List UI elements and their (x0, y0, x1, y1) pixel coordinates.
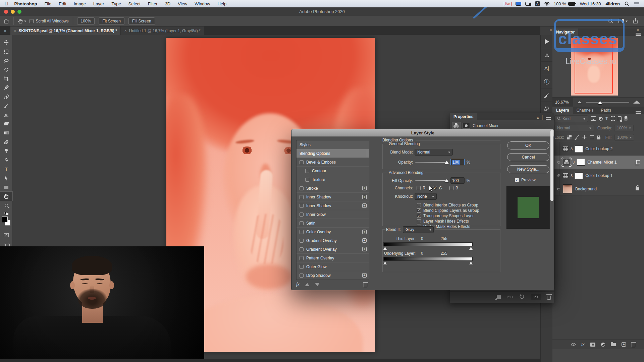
layer-mask-thumbnail[interactable] (575, 172, 583, 179)
blend-clipped-check[interactable]: ✓Blend Clipped Layers as Group (417, 208, 479, 213)
add-instance-icon[interactable]: + (362, 247, 367, 251)
mask-link-icon[interactable]: 8 (573, 160, 575, 164)
tab-layers[interactable]: Layers (552, 107, 573, 114)
add-instance-icon[interactable]: + (362, 203, 367, 208)
knockout-dropdown[interactable]: None▾ (415, 193, 437, 200)
menubar-list-icon[interactable] (634, 2, 639, 5)
marquee-tool-icon[interactable] (0, 47, 12, 56)
menu-3d[interactable]: 3D (165, 1, 171, 6)
quick-selection-tool-icon[interactable] (0, 65, 12, 74)
spotlight-search-icon[interactable] (625, 1, 629, 6)
navigator-zoom-value[interactable]: 16,67% (552, 98, 573, 107)
wifi-icon[interactable] (544, 2, 550, 6)
navigator-preview[interactable] (571, 38, 618, 96)
layer-name[interactable]: Background (575, 187, 597, 191)
new-group-icon[interactable] (611, 343, 616, 346)
add-instance-icon[interactable]: + (362, 186, 367, 190)
underlying-handle-left[interactable] (383, 261, 387, 264)
layer-name[interactable]: Channel Mixer 1 (587, 160, 616, 165)
navigator-view-box[interactable] (575, 39, 613, 94)
search-icon[interactable] (608, 18, 613, 23)
move-tool-icon[interactable] (0, 38, 12, 47)
menu-help[interactable]: Help (217, 1, 226, 6)
this-layer-handle-right[interactable] (469, 247, 473, 250)
panel-group-chevron[interactable]: » (637, 27, 639, 32)
style-item-outer-glow[interactable]: Outer Glow (297, 262, 369, 271)
layer-mask-hides-check[interactable]: Layer Mask Hides Effects (417, 219, 479, 224)
lock-artboard-icon[interactable] (590, 135, 594, 139)
dock-collapse-chevron[interactable]: « (549, 27, 552, 32)
zoom-tool-icon[interactable] (0, 201, 12, 210)
layer-blend-mode-dropdown[interactable]: Normal▾ (554, 125, 594, 131)
opacity-slider[interactable] (415, 162, 447, 163)
layer-filter-kind-dropdown[interactable]: Kind▾ (554, 115, 588, 122)
style-item-pattern-overlay[interactable]: Pattern Overlay (297, 254, 369, 262)
style-item-color-overlay[interactable]: Color Overlay+ (297, 228, 369, 236)
layer-row-channel-mixer-1[interactable]: 8 Channel Mixer 1 (552, 156, 644, 169)
tab-close-icon[interactable]: × (14, 28, 16, 33)
workspace-icon[interactable] (619, 19, 624, 23)
reset-icon[interactable] (520, 294, 525, 299)
preview-checkbox[interactable]: ✓ (515, 178, 519, 182)
view-previous-state-icon[interactable] (507, 296, 514, 298)
eyedropper-tool-icon[interactable] (0, 83, 12, 92)
new-adjustment-layer-icon[interactable] (601, 343, 605, 347)
lasso-tool-icon[interactable] (0, 56, 12, 65)
lock-position-icon[interactable] (582, 135, 587, 139)
ok-button[interactable]: OK (507, 141, 549, 149)
tab-navigator[interactable]: Navigator (552, 28, 578, 36)
screen-mirroring-icon[interactable] (516, 2, 521, 6)
layers-menu-icon[interactable] (636, 111, 641, 114)
properties-menu-icon[interactable] (546, 117, 551, 120)
move-up-icon[interactable] (305, 283, 310, 286)
brush-settings-panel-icon[interactable] (541, 88, 553, 102)
style-item-bevel-emboss[interactable]: Bevel & Emboss (297, 158, 369, 167)
panel-collapse-icon[interactable]: » (537, 116, 539, 120)
zoom-100-button[interactable]: 100% (77, 17, 95, 25)
layer-opacity-value[interactable]: 100%▾ (614, 125, 634, 131)
properties-scrollbar[interactable] (550, 130, 553, 201)
layer-visibility-icon[interactable] (531, 294, 541, 300)
mask-link-icon[interactable]: 8 (571, 147, 573, 151)
tab-overflow-chevron[interactable]: » (0, 28, 10, 33)
move-down-icon[interactable] (315, 283, 320, 286)
tab-channels[interactable]: Channels (573, 107, 597, 114)
layer-mask-thumbnail[interactable] (575, 145, 583, 152)
hand-tool-option-icon[interactable] (18, 18, 23, 24)
path-selection-tool-icon[interactable] (0, 174, 12, 183)
menu-file[interactable]: File (44, 1, 51, 6)
tab-paths[interactable]: Paths (597, 107, 615, 114)
menu-type[interactable]: Type (111, 1, 121, 6)
style-item-inner-glow[interactable]: Inner Glow (297, 210, 369, 219)
tab-close-icon[interactable]: × (124, 28, 127, 33)
menu-filter[interactable]: Filter (148, 1, 158, 6)
lock-all-icon[interactable] (597, 137, 600, 139)
mask-thumbnail-icon[interactable] (463, 123, 470, 129)
blend-mode-dropdown[interactable]: Normal▾ (415, 149, 453, 156)
styles-scrollbar[interactable] (366, 150, 369, 157)
mask-link-icon[interactable]: 8 (571, 174, 573, 178)
menu-view[interactable]: View (178, 1, 187, 6)
background-layer-thumbnail[interactable] (563, 184, 572, 194)
lock-transparent-icon[interactable] (567, 135, 572, 139)
blend-interior-check[interactable]: Blend Interior Effects as Group (417, 202, 479, 208)
clip-to-layer-icon[interactable] (497, 295, 501, 299)
layer-mask-thumbnail[interactable] (577, 159, 585, 166)
gradient-tool-icon[interactable] (0, 128, 12, 137)
new-style-button[interactable]: New Style... (507, 165, 549, 173)
eraser-tool-icon[interactable] (0, 119, 12, 128)
style-item-drop-shadow[interactable]: Drop Shadow+ (297, 271, 369, 280)
add-instance-icon[interactable]: + (362, 238, 367, 243)
layer-row-color-lookup-1[interactable]: 8 Color Lookup 1 (552, 169, 644, 182)
navigator-menu-icon[interactable] (636, 33, 641, 36)
style-item-inner-shadow-1[interactable]: Inner Shadow+ (297, 193, 369, 201)
cancel-button[interactable]: Cancel (507, 153, 549, 161)
layer-lock-icon[interactable] (636, 187, 639, 190)
delete-properties-icon[interactable] (547, 296, 551, 300)
opacity-input[interactable]: 100 (450, 159, 465, 165)
filter-type-layers-icon[interactable]: T (605, 116, 608, 121)
crop-tool-icon[interactable] (0, 74, 12, 83)
input-source-icon[interactable]: A (535, 1, 540, 6)
sidecar-icon[interactable] (525, 2, 531, 6)
add-mask-icon[interactable] (590, 343, 595, 347)
